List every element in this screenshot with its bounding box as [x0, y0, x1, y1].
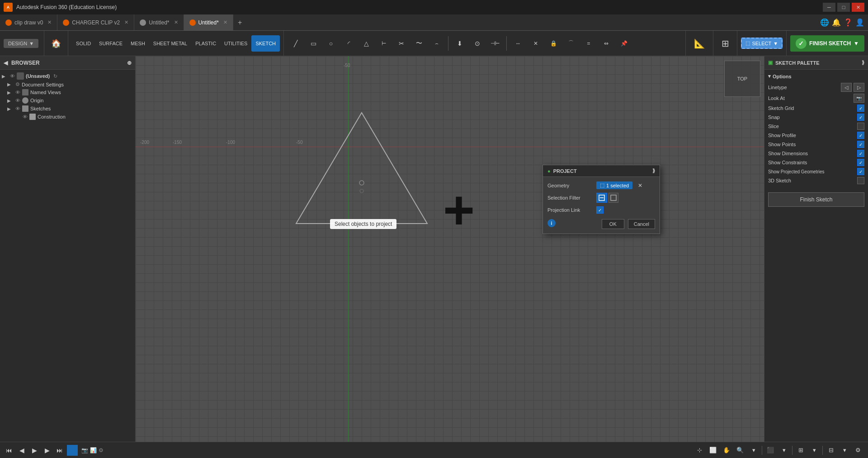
- timeline-icon-1: 📷: [81, 447, 88, 453]
- sheet-metal-tab[interactable]: SHEET METAL: [149, 35, 191, 52]
- tab-untitled-2[interactable]: Untitled* ✕: [184, 14, 233, 30]
- palette-expand-icon[interactable]: ⟫: [862, 60, 864, 66]
- dimension-tool[interactable]: ↔: [510, 35, 526, 52]
- eye-icon: 👁: [15, 106, 20, 111]
- circle-tool[interactable]: ○: [323, 35, 339, 52]
- tree-item-sketches[interactable]: ▶ 👁 Sketches: [0, 105, 135, 113]
- show-projected-checkbox[interactable]: ✓: [857, 168, 864, 175]
- tab-close-3[interactable]: ✕: [174, 19, 178, 25]
- tab-charger-clip[interactable]: CHARGER CLIP v2 ✕: [57, 14, 134, 30]
- linetype-next-button[interactable]: ▷: [854, 83, 864, 92]
- show-points-checkbox[interactable]: ✓: [857, 141, 864, 148]
- polygon-tool[interactable]: △: [358, 35, 374, 52]
- tab-clip-draw[interactable]: clip draw v0 ✕: [0, 14, 57, 30]
- timeline-prev-button[interactable]: ◀: [16, 445, 27, 456]
- show-profile-checkbox[interactable]: ✓: [857, 132, 864, 139]
- line-tool[interactable]: ╱: [288, 35, 304, 52]
- finish-sketch-palette-button[interactable]: Finish Sketch: [768, 192, 864, 207]
- sketch-3d-checkbox[interactable]: [857, 177, 864, 184]
- mesh-tab[interactable]: MESH: [127, 35, 149, 52]
- snap-checkbox[interactable]: ✓: [857, 114, 864, 121]
- app-title: Autodesk Fusion 360 (Education License): [16, 4, 117, 10]
- tab-close-4[interactable]: ✕: [223, 19, 227, 25]
- fix-tool[interactable]: 📌: [616, 35, 632, 52]
- equal-tool[interactable]: =: [580, 35, 597, 52]
- selection-filter-btn1[interactable]: [596, 193, 607, 203]
- tab-icon: [5, 19, 12, 26]
- slice-checkbox[interactable]: [857, 123, 864, 130]
- dialog-ok-button[interactable]: OK: [602, 219, 624, 229]
- lock-tool[interactable]: 🔒: [545, 35, 561, 52]
- lookat-button[interactable]: 📷: [854, 94, 864, 103]
- dialog-expand-icon[interactable]: ⟫: [652, 168, 655, 174]
- minimize-button[interactable]: ─: [823, 3, 835, 12]
- display-mode-button[interactable]: ⬛: [764, 444, 777, 457]
- maximize-button[interactable]: □: [837, 3, 850, 12]
- mirror-tool[interactable]: ⊣⊢: [487, 35, 503, 52]
- zoom-dropdown[interactable]: ▾: [747, 444, 760, 457]
- finish-sketch-toolbar-button[interactable]: ✓ FINISH SKETCH ▼: [790, 35, 864, 52]
- tree-item-origin[interactable]: ▶ 👁 Origin: [0, 96, 135, 105]
- view-cube[interactable]: TOP: [724, 61, 760, 97]
- surface-tab[interactable]: SURFACE: [95, 35, 127, 52]
- grid-dropdown[interactable]: ▾: [808, 444, 821, 457]
- project-include-tool[interactable]: ⬇: [452, 35, 468, 52]
- grid-button[interactable]: ⊞: [794, 444, 807, 457]
- browser-collapse-icon[interactable]: ◀: [4, 60, 8, 66]
- timeline-start-button[interactable]: ⏮: [4, 445, 14, 456]
- selected-badge[interactable]: ⬚ 1 selected: [596, 181, 632, 189]
- design-mode-button[interactable]: DESIGN ▼: [4, 39, 38, 48]
- symmetry-tool[interactable]: ⇔: [598, 35, 614, 52]
- canvas-area[interactable]: -50 -200 -150 -100 -50 Select objects to…: [136, 56, 764, 442]
- linetype-prev-button[interactable]: ◁: [841, 83, 852, 92]
- select-button[interactable]: ⬚ SELECT ▼: [741, 38, 783, 49]
- coincident-tool[interactable]: ✕: [528, 35, 544, 52]
- viewport-button[interactable]: ⊟: [825, 444, 837, 457]
- display-dropdown[interactable]: ▾: [778, 444, 790, 457]
- solid-tab[interactable]: SOLID: [72, 35, 95, 52]
- browser-settings-icon[interactable]: ⊕: [127, 60, 132, 66]
- sketch-grid-checkbox[interactable]: ✓: [857, 105, 864, 112]
- orbit-button[interactable]: ✋: [720, 444, 733, 457]
- conic-tool[interactable]: ⌢: [429, 35, 445, 52]
- snap-center-button[interactable]: ⊹: [693, 444, 706, 457]
- projection-link-checkbox[interactable]: ✓: [596, 206, 604, 214]
- sketch-tab[interactable]: SKETCH: [251, 35, 280, 52]
- spline-tool[interactable]: 〜: [411, 35, 427, 52]
- tree-item-doc-settings[interactable]: ▶ ⚙ Document Settings: [0, 81, 135, 88]
- fit-window-button[interactable]: ⬜: [707, 444, 719, 457]
- tab-close-2[interactable]: ✕: [124, 19, 128, 25]
- tree-item-construction[interactable]: ▶ 👁 Construction: [0, 113, 135, 121]
- show-dimensions-checkbox[interactable]: ✓: [857, 150, 864, 157]
- tab-add-button[interactable]: +: [233, 14, 246, 30]
- slot-tool[interactable]: ⊢: [376, 35, 392, 52]
- tab-close-1[interactable]: ✕: [47, 19, 52, 25]
- eye-icon: 👁: [15, 90, 20, 95]
- tangent-tool[interactable]: ⌒: [563, 35, 579, 52]
- inspect-button[interactable]: 📐: [689, 35, 709, 52]
- clear-selection-button[interactable]: ✕: [638, 182, 642, 189]
- info-icon[interactable]: i: [547, 219, 556, 227]
- dialog-cancel-button[interactable]: Cancel: [628, 219, 655, 229]
- home-button[interactable]: 🏠: [48, 35, 64, 52]
- close-button[interactable]: ✕: [852, 3, 864, 12]
- trim-tool[interactable]: ✂: [393, 35, 410, 52]
- viewport-dropdown[interactable]: ▾: [838, 444, 851, 457]
- utilities-tab[interactable]: UTILITIES: [220, 35, 251, 52]
- settings-button[interactable]: ⚙: [852, 444, 864, 457]
- tree-item-root[interactable]: ▶ 👁 (Unsaved) ↻: [0, 72, 135, 81]
- finish-sketch-chevron: ▼: [854, 40, 859, 47]
- plastic-tab[interactable]: PLASTIC: [191, 35, 220, 52]
- insert-button[interactable]: ⊞: [717, 35, 733, 52]
- timeline-end-button[interactable]: ⏭: [54, 445, 65, 456]
- selection-filter-btn2[interactable]: [609, 193, 618, 203]
- timeline-play-button[interactable]: ▶: [29, 445, 40, 456]
- rect-tool[interactable]: ▭: [305, 35, 321, 52]
- arc-tool[interactable]: ◜: [340, 35, 357, 52]
- tab-untitled-1[interactable]: Untitled* ✕: [134, 14, 184, 30]
- zoom-button[interactable]: 🔍: [734, 444, 746, 457]
- offset-tool[interactable]: ⊙: [469, 35, 486, 52]
- show-constraints-checkbox[interactable]: ✓: [857, 159, 864, 166]
- tree-item-named-views[interactable]: ▶ 👁 Named Views: [0, 88, 135, 96]
- timeline-next-button[interactable]: ▶: [42, 445, 52, 456]
